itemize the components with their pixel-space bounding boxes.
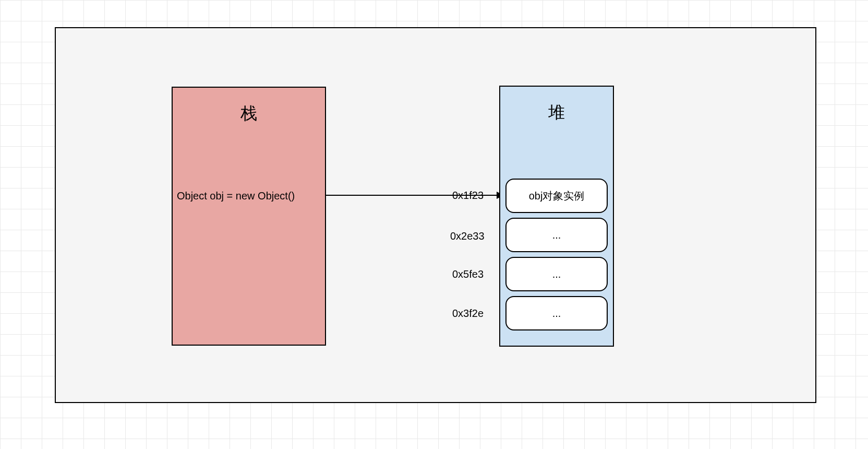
diagram-frame: 栈 Object obj = new Object() 0x1f23 0x2e3… [55,27,816,403]
heap-entry-2: ... [505,257,608,291]
heap-address-3: 0x3f2e [452,308,484,320]
heap-address-0: 0x1f23 [452,190,484,202]
heap-entry-label: ... [552,229,561,241]
heap-entry-label: ... [552,268,561,280]
heap-entry-label: obj对象实例 [529,189,585,203]
heap-address-2: 0x5fe3 [452,268,484,280]
stack-title: 栈 [173,102,325,125]
heap-title: 堆 [500,101,613,124]
heap-address-1: 0x2e33 [450,230,485,242]
heap-entry-1: ... [505,218,608,252]
heap-entry-label: ... [552,308,561,320]
stack-code: Object obj = new Object() [177,190,295,202]
heap-entry-3: ... [505,296,608,330]
stack-box: 栈 Object obj = new Object() [172,87,326,346]
heap-entry-0: obj对象实例 [505,179,608,213]
